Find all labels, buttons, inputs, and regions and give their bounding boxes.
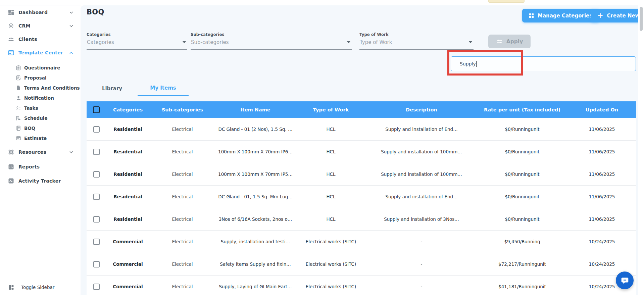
dropdown-caret-icon — [469, 41, 472, 43]
row-checkbox[interactable] — [93, 194, 100, 200]
row-checkbox[interactable] — [93, 171, 100, 178]
cell-description: Supply and installation of 100mm… — [366, 141, 477, 163]
sidebar-item-label: Estimate — [24, 136, 47, 141]
row-checkbox[interactable] — [93, 239, 100, 245]
sidebar-item-boq[interactable]: BOQ — [0, 123, 81, 133]
schedule-gantt-icon — [16, 115, 21, 121]
sidebar-item-questionnaire[interactable]: Questionnaire — [0, 63, 81, 73]
manage-categories-button[interactable]: Manage Categories — [522, 9, 599, 22]
clients-icon — [8, 36, 14, 42]
sidebar-item-label: Clients — [18, 37, 73, 42]
sidebar-item-schedule[interactable]: Schedule — [0, 113, 81, 123]
row-checkbox[interactable] — [93, 261, 100, 267]
sub-categories-select[interactable]: Sub-categories — [191, 35, 352, 50]
cell-item-name: Supply, Laying of GI Main Eart… — [215, 276, 296, 295]
cell-type-of-work: HCL — [296, 208, 366, 230]
create-new-button[interactable]: + Create New — [591, 9, 644, 22]
cell-rate: $0/Runningunit — [477, 208, 567, 230]
table-row[interactable]: Residential Electrical 100mm X 100mm X 7… — [87, 141, 636, 163]
apply-button[interactable]: Apply — [488, 35, 531, 48]
sidebar-item-activity-tracker[interactable]: Activity Tracker — [0, 174, 81, 188]
sidebar-item-template-center[interactable]: Template Center — [0, 46, 81, 59]
table-row[interactable]: Commercial Electrical Supply, Laying of … — [87, 276, 636, 295]
grid-icon — [529, 13, 534, 18]
sidebar-item-terms-and-conditions[interactable]: Terms And Conditions — [0, 83, 81, 93]
sidebar-item-proposal[interactable]: Proposal — [0, 73, 81, 83]
sidebar-item-resources[interactable]: Resources — [0, 145, 81, 159]
sidebar-item-crm[interactable]: CRM — [0, 19, 81, 33]
toggle-sidebar-button[interactable]: Toggle Sidebar — [0, 281, 81, 294]
plus-icon: + — [597, 12, 603, 19]
cell-type-of-work: HCL — [296, 141, 366, 163]
cell-item-name: 100mm X 100mm X 70mm IP5… — [215, 163, 296, 185]
row-checkbox[interactable] — [93, 149, 100, 155]
row-checkbox[interactable] — [93, 284, 100, 290]
manage-categories-label: Manage Categories — [538, 13, 592, 19]
table-row[interactable]: Residential Electrical 3Nos of 6/16A Soc… — [87, 208, 636, 231]
row-checkbox[interactable] — [93, 126, 100, 133]
sidebar-item-notification[interactable]: Notification — [0, 93, 81, 103]
sidebar-item-label: Activity Tracker — [18, 178, 73, 184]
chevron-down-icon — [69, 25, 73, 27]
type-of-work-select[interactable]: Type of Work — [359, 35, 474, 50]
sidebar-item-label: Terms And Conditions — [24, 85, 80, 91]
create-new-label: Create New — [607, 13, 640, 19]
sidebar-item-tasks[interactable]: Tasks — [0, 103, 81, 113]
sidebar-item-dashboard[interactable]: Dashboard — [0, 6, 81, 19]
categories-select-placeholder: Categories — [87, 39, 114, 45]
cell-sub-categories: Electrical — [150, 186, 215, 208]
sidebar-item-estimate[interactable]: Estimate — [0, 133, 81, 143]
cell-description: Supply and installation of 3Nos… — [366, 208, 477, 230]
sidebar-item-clients[interactable]: Clients — [0, 33, 81, 46]
table-row[interactable]: Commercial Electrical Safety items Suppl… — [87, 253, 636, 276]
table-row[interactable]: Residential Electrical DC Gland - 01, 1.… — [87, 186, 636, 208]
sidebar-item-label: Proposal — [24, 75, 47, 81]
categories-select[interactable]: Categories — [87, 35, 187, 50]
cell-description: Supply and installation of End… — [366, 186, 477, 208]
column-header-rate: Rate per unit (Tax included) — [477, 101, 567, 118]
proposal-icon — [16, 75, 21, 81]
scrollbar-thumb[interactable] — [640, 7, 643, 31]
cell-description: Supply and installation of End… — [366, 118, 477, 140]
terms-file-icon — [16, 85, 21, 91]
column-header-sub-categories: Sub-categories — [150, 101, 215, 118]
cell-item-name: 100mm X 100mm X 70mm IP6… — [215, 141, 296, 163]
sidebar-item-label: CRM — [18, 23, 65, 29]
column-header-categories: Categories — [106, 101, 150, 118]
boq-items-table: Categories Sub-categories Item Name Type… — [87, 101, 636, 295]
select-all-checkbox[interactable] — [93, 106, 100, 113]
table-row[interactable]: Residential Electrical 100mm X 100mm X 7… — [87, 163, 636, 186]
cell-description: Supply and installation of 100mm… — [366, 163, 477, 185]
cell-sub-categories: Electrical — [150, 276, 215, 295]
cell-type-of-work: Electrical works (SITC) — [296, 276, 366, 295]
cell-item-name: DC Gland - 01, 1.5 Sq. Mm Lug… — [215, 186, 296, 208]
cell-categories: Residential — [106, 163, 150, 185]
cell-rate: $41,181/Runningunit — [477, 276, 567, 295]
sidebar-item-label: Questionnaire — [24, 65, 60, 70]
cell-item-name: Safety items Supply and fixin… — [215, 253, 296, 275]
chevron-up-icon — [69, 52, 73, 54]
cell-rate: $0/Runningunit — [477, 186, 567, 208]
sidebar-item-label: Resources — [18, 149, 65, 155]
cell-type-of-work: HCL — [296, 186, 366, 208]
cell-sub-categories: Electrical — [150, 118, 215, 140]
cell-updated-on: 11/06/2025 — [567, 141, 636, 163]
column-header-description: Description — [366, 101, 477, 118]
cell-sub-categories: Electrical — [150, 231, 215, 253]
cell-categories: Commercial — [106, 231, 150, 253]
cell-sub-categories: Electrical — [150, 208, 215, 230]
tab-bar: Library My Items — [87, 81, 636, 96]
sidebar-item-label: Schedule — [24, 115, 48, 121]
dashboard-icon — [8, 9, 14, 15]
table-row[interactable]: Commercial Electrical Supply, installati… — [87, 231, 636, 253]
sidebar-item-reports[interactable]: Reports — [0, 160, 81, 174]
scrollbar-track[interactable] — [638, 5, 644, 295]
table-row[interactable]: Residential Electrical DC Gland - 01 (2 … — [87, 118, 636, 141]
row-checkbox[interactable] — [93, 216, 100, 223]
chat-widget-button[interactable] — [616, 272, 634, 289]
tab-my-items[interactable]: My Items — [138, 81, 189, 96]
cell-categories: Residential — [106, 118, 150, 140]
tab-library[interactable]: Library — [87, 81, 138, 96]
toast-remnant — [488, 0, 525, 3]
cell-updated-on: 11/06/2025 — [567, 186, 636, 208]
